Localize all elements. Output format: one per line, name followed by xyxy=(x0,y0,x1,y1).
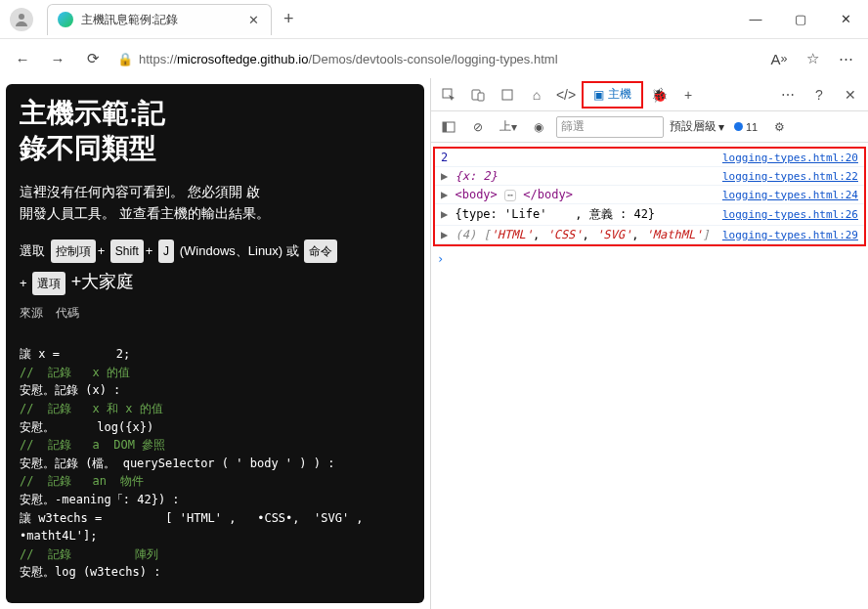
window-minimize-button[interactable]: — xyxy=(733,4,778,35)
welcome-tab-icon[interactable] xyxy=(494,81,521,109)
devtools-panel: ⌂ </> ▣ 主機 🐞 + ⋯ ? ✕ ⊘ 上 ▾ ◉ 篩選 預設層級 ▾ 1… xyxy=(430,78,868,609)
issue-counter[interactable]: 11 xyxy=(730,121,761,133)
inspect-icon[interactable] xyxy=(435,81,462,109)
svg-rect-6 xyxy=(443,122,447,132)
address-bar[interactable]: 🔒 https://microsoftedge.github.io/Demos/… xyxy=(111,44,760,73)
device-icon[interactable] xyxy=(464,81,492,109)
console-tab[interactable]: ▣ 主機 xyxy=(582,81,643,109)
live-expression-icon[interactable]: ◉ xyxy=(527,115,550,139)
svg-rect-4 xyxy=(502,90,512,100)
read-aloud-icon[interactable]: A» xyxy=(762,43,796,74)
nav-refresh-button[interactable]: ⟳ xyxy=(76,43,109,74)
url-scheme: https:// xyxy=(139,52,177,66)
kbd-option: 選項 xyxy=(32,272,65,295)
console-settings-icon[interactable]: ⚙ xyxy=(767,115,791,139)
source-link[interactable]: logging-types.html:26 xyxy=(722,208,858,221)
sidebar-toggle-icon[interactable] xyxy=(437,115,460,139)
console-row[interactable]: ▶ <body> ⋯ </body>logging-types.html:24 xyxy=(435,186,864,204)
console-row[interactable]: ▶ {type: 'Life' , 意義 : 42}logging-types.… xyxy=(435,204,864,226)
edge-favicon-icon xyxy=(58,12,73,27)
new-tab-button[interactable]: + xyxy=(272,9,306,29)
nav-forward-button[interactable]: → xyxy=(41,43,74,74)
sources-tab-icon[interactable]: </> xyxy=(552,81,580,109)
devtools-close-icon[interactable]: ✕ xyxy=(837,81,864,109)
console-message: ▶ (4) ['HTML', 'CSS', 'SVG', 'MathML'] xyxy=(441,228,722,241)
tab-close-icon[interactable]: ✕ xyxy=(246,13,261,27)
console-row[interactable]: ▶ (4) ['HTML', 'CSS', 'SVG', 'MathML']lo… xyxy=(435,226,864,244)
kbd-j: J xyxy=(158,239,174,263)
devtools-more-icon[interactable]: ⋯ xyxy=(774,81,802,109)
page-paragraph: 這裡沒有任何內容可看到。 您必須開 啟 開發人員工具。 並查看主機的輸出結果。 xyxy=(20,181,411,225)
menu-icon[interactable]: ⋯ xyxy=(829,43,862,74)
source-link[interactable]: logging-types.html:29 xyxy=(722,229,858,241)
source-link[interactable]: logging-types.html:24 xyxy=(722,189,858,201)
context-selector[interactable]: 上 ▾ xyxy=(496,115,521,139)
svg-rect-3 xyxy=(478,93,484,101)
window-close-button[interactable]: ✕ xyxy=(823,4,868,35)
lock-icon: 🔒 xyxy=(117,52,133,66)
kbd-shift: Shift xyxy=(110,239,144,263)
filter-input[interactable]: 篩選 xyxy=(556,116,664,138)
console-tab-label: 主機 xyxy=(608,86,631,103)
window-maximize-button[interactable]: ▢ xyxy=(778,4,823,35)
source-link[interactable]: logging-types.html:22 xyxy=(722,170,858,183)
console-message: ▶ <body> ⋯ </body> xyxy=(441,188,722,201)
keyboard-help: 選取 控制項+ Shift+ J (Windows、Linux) 或 命令 + … xyxy=(20,239,411,299)
source-link[interactable]: logging-types.html:20 xyxy=(722,152,858,164)
code-header: 來源 代碼 xyxy=(20,305,411,322)
browser-tab[interactable]: 主機訊息範例:記錄 ✕ xyxy=(47,4,272,35)
kbd-ctrl: 控制項 xyxy=(51,239,96,263)
level-selector[interactable]: 預設層級 ▾ xyxy=(670,118,724,135)
prompt-caret-icon: › xyxy=(437,252,444,266)
clear-console-icon[interactable]: ⊘ xyxy=(466,115,490,139)
devtools-help-icon[interactable]: ? xyxy=(805,81,833,109)
console-icon: ▣ xyxy=(593,88,604,102)
console-row[interactable]: 2logging-types.html:20 xyxy=(435,149,864,167)
tab-title: 主機訊息範例:記錄 xyxy=(81,12,246,28)
console-message: ▶ {x: 2} xyxy=(441,169,722,183)
more-tabs-button[interactable]: + xyxy=(674,81,702,109)
favorite-icon[interactable]: ☆ xyxy=(796,43,829,74)
console-message: 2 xyxy=(441,151,722,164)
code-block: 讓 x = 2; // 記錄 x 的值 安慰。記錄 (x) : // 記錄 x … xyxy=(20,327,411,600)
bug-icon[interactable]: 🐞 xyxy=(645,81,673,109)
kbd-cmd: 命令 xyxy=(304,239,337,263)
nav-back-button[interactable]: ← xyxy=(6,43,39,74)
profile-avatar[interactable] xyxy=(10,8,33,31)
url-path: /Demos/devtools-console/logging-types.ht… xyxy=(308,52,557,66)
page-viewport: 主機示範:記 錄不同類型 這裡沒有任何內容可看到。 您必須開 啟 開發人員工具。… xyxy=(0,78,430,609)
svg-point-0 xyxy=(19,14,24,20)
console-row[interactable]: ▶ {x: 2}logging-types.html:22 xyxy=(435,167,864,186)
url-host: microsoftedge.github.io xyxy=(177,52,308,66)
elements-tab-icon[interactable]: ⌂ xyxy=(523,81,550,109)
console-message: ▶ {type: 'Life' , 意義 : 42} xyxy=(441,206,722,223)
page-heading: 主機示範:記 錄不同類型 xyxy=(20,96,411,167)
console-prompt[interactable]: › xyxy=(431,248,868,270)
